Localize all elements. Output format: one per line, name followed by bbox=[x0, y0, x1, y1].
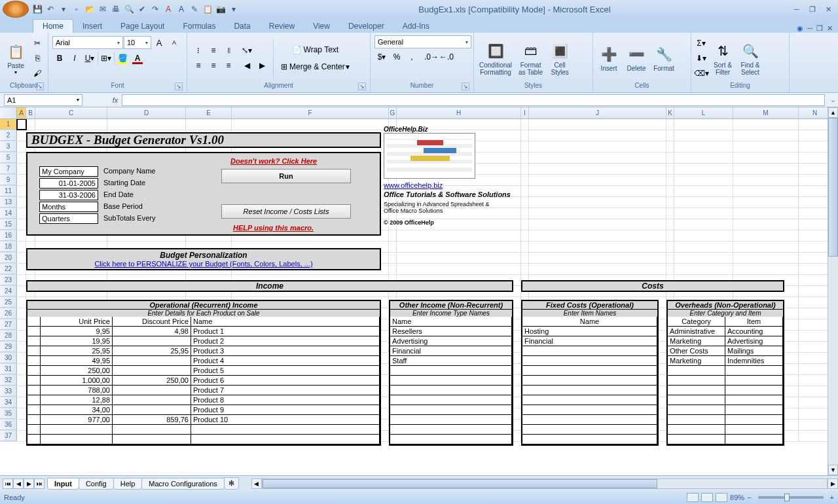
col-J[interactable]: J bbox=[529, 107, 666, 118]
row-29[interactable]: 29 bbox=[0, 342, 17, 352]
launcher-icon[interactable]: ↘ bbox=[462, 82, 469, 90]
worksheet[interactable]: A B C D E F G H I J K L M N 123579111314… bbox=[0, 107, 838, 475]
income-name[interactable] bbox=[390, 425, 512, 434]
item[interactable] bbox=[725, 395, 783, 405]
item[interactable] bbox=[725, 425, 783, 434]
income-name[interactable]: Financial bbox=[390, 346, 512, 355]
officehelp-url[interactable]: www.officehelp.biz bbox=[384, 181, 443, 189]
row-3[interactable]: 3 bbox=[0, 141, 17, 152]
doc-minimize-icon[interactable]: ─ bbox=[807, 24, 812, 33]
camera-icon[interactable]: 📷 bbox=[215, 3, 227, 15]
row-2[interactable]: 2 bbox=[0, 130, 17, 141]
discount-price[interactable]: 25,95 bbox=[113, 346, 191, 355]
row-23[interactable]: 23 bbox=[0, 275, 17, 285]
quickprint-icon[interactable]: 🖶 bbox=[110, 3, 122, 15]
formula-bar[interactable] bbox=[122, 94, 825, 106]
sheet-tab-config[interactable]: Config bbox=[79, 478, 114, 490]
subtotals-input[interactable]: Quarters bbox=[39, 213, 98, 224]
product-name[interactable]: Product 8 bbox=[191, 395, 380, 405]
tab-next-icon[interactable]: ▶ bbox=[24, 478, 34, 489]
reset-button[interactable]: Reset Income / Costs Lists bbox=[221, 204, 351, 219]
income-name[interactable]: Advertising bbox=[390, 336, 512, 346]
start-input[interactable]: 01-01-2005 bbox=[39, 178, 98, 189]
help-link-bottom[interactable]: HELP using this macro. bbox=[233, 224, 314, 232]
new-sheet-icon[interactable]: ✻ bbox=[224, 477, 239, 490]
row-26[interactable]: 26 bbox=[0, 308, 17, 319]
indent-dec-icon[interactable]: ◀ bbox=[240, 58, 254, 73]
row-18[interactable]: 18 bbox=[0, 242, 17, 252]
cost-name[interactable] bbox=[522, 435, 657, 444]
cost-name[interactable]: Financial bbox=[522, 336, 657, 346]
discount-price[interactable] bbox=[113, 356, 191, 365]
launcher-icon[interactable]: ↘ bbox=[358, 82, 366, 90]
hscroll-right-icon[interactable]: ▶ bbox=[828, 478, 838, 489]
paste-button[interactable]: 📋 Paste ▾ bbox=[3, 40, 29, 77]
cost-name[interactable] bbox=[522, 356, 657, 365]
sheet-tab-input[interactable]: Input bbox=[47, 478, 79, 490]
open-icon[interactable]: 📂 bbox=[84, 3, 96, 15]
pagelayout-view-icon[interactable] bbox=[701, 493, 713, 502]
row-7[interactable]: 7 bbox=[0, 164, 17, 174]
currency-icon[interactable]: $▾ bbox=[374, 50, 389, 64]
discount-price[interactable] bbox=[113, 366, 191, 375]
tab-formulas[interactable]: Formulas bbox=[173, 20, 225, 33]
product-name[interactable]: Product 10 bbox=[191, 415, 380, 424]
discount-price[interactable]: 859,76 bbox=[113, 415, 191, 424]
discount-price[interactable]: 4,98 bbox=[113, 327, 191, 336]
product-name[interactable]: Product 2 bbox=[191, 336, 380, 346]
category[interactable] bbox=[668, 435, 725, 444]
item[interactable] bbox=[725, 366, 783, 375]
font-size-combo[interactable]: 10▾ bbox=[124, 36, 151, 49]
help-icon[interactable]: ◉ bbox=[797, 24, 803, 33]
clear-icon[interactable]: ⌫▾ bbox=[694, 66, 708, 81]
col-D[interactable]: D bbox=[107, 107, 186, 118]
launcher-icon[interactable]: ↘ bbox=[36, 82, 44, 90]
col-K[interactable]: K bbox=[666, 107, 674, 118]
tab-addins[interactable]: Add-Ins bbox=[393, 20, 439, 33]
unit-price[interactable]: 9,95 bbox=[41, 327, 113, 336]
copy-icon[interactable]: ⎘ bbox=[30, 51, 45, 65]
col-B[interactable]: B bbox=[26, 107, 35, 118]
col-E[interactable]: E bbox=[186, 107, 232, 118]
redo-dd-icon[interactable]: ▾ bbox=[58, 3, 69, 15]
row-28[interactable]: 28 bbox=[0, 331, 17, 341]
grow-font-icon[interactable]: A bbox=[152, 35, 166, 50]
scroll-down-icon[interactable]: ▼ bbox=[828, 465, 838, 475]
category[interactable] bbox=[668, 376, 725, 385]
row-20[interactable]: 20 bbox=[0, 253, 17, 263]
product-name[interactable]: Product 5 bbox=[191, 366, 380, 375]
cost-name[interactable] bbox=[522, 405, 657, 414]
row-34[interactable]: 34 bbox=[0, 397, 17, 408]
row-33[interactable]: 33 bbox=[0, 386, 17, 397]
col-N[interactable]: N bbox=[799, 107, 831, 118]
hscroll-thumb[interactable] bbox=[263, 479, 657, 488]
number-format-combo[interactable]: General▾ bbox=[374, 35, 471, 48]
dec-decimal-icon[interactable]: ←.0 bbox=[439, 50, 454, 64]
cost-name[interactable] bbox=[522, 366, 657, 375]
cost-name[interactable] bbox=[522, 376, 657, 385]
company-input[interactable]: My Company bbox=[39, 166, 98, 177]
doc-restore-icon[interactable]: ❐ bbox=[816, 24, 823, 33]
col-I[interactable]: I bbox=[521, 107, 529, 118]
merge-center-button[interactable]: ⊞ Merge & Center ▾ bbox=[278, 60, 353, 74]
col-F[interactable]: F bbox=[232, 107, 389, 118]
comma-icon[interactable]: , bbox=[405, 50, 419, 64]
tab-insert[interactable]: Insert bbox=[73, 20, 111, 33]
category[interactable]: Administrative bbox=[668, 327, 725, 336]
unit-price[interactable]: 250,00 bbox=[41, 366, 113, 375]
doc-close-icon[interactable]: ✕ bbox=[827, 24, 833, 33]
delete-cell-button[interactable]: ➖Delete bbox=[623, 43, 649, 73]
row-25[interactable]: 25 bbox=[0, 297, 17, 308]
minimize-icon[interactable]: ─ bbox=[790, 4, 804, 14]
restore-icon[interactable]: ❐ bbox=[805, 4, 820, 14]
cost-name[interactable] bbox=[522, 395, 657, 405]
cost-name[interactable] bbox=[522, 386, 657, 395]
col-L[interactable]: L bbox=[674, 107, 733, 118]
row-1[interactable]: 1 bbox=[0, 119, 17, 130]
vertical-scrollbar[interactable]: ▲ ▼ bbox=[828, 107, 838, 475]
category[interactable] bbox=[668, 405, 725, 414]
category[interactable]: Marketing bbox=[668, 336, 725, 346]
row-22[interactable]: 22 bbox=[0, 264, 17, 274]
unit-price[interactable]: 12,88 bbox=[41, 395, 113, 405]
qat-dd-icon[interactable]: ▾ bbox=[228, 3, 240, 15]
